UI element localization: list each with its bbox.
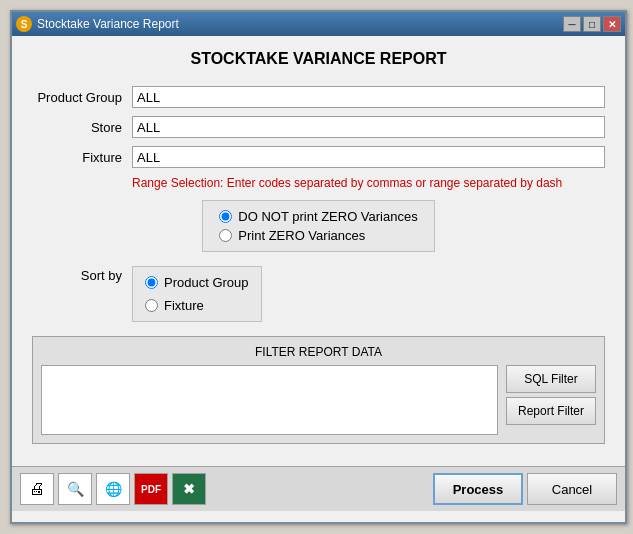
no-zero-variance-label: DO NOT print ZERO Variances <box>238 209 417 224</box>
window-title: Stocktake Variance Report <box>37 17 179 31</box>
main-window: S Stocktake Variance Report ─ □ ✕ STOCKT… <box>10 10 627 524</box>
pdf-icon: PDF <box>141 484 161 495</box>
preview-icon: 🔍 <box>67 481 84 497</box>
store-input[interactable] <box>132 116 605 138</box>
sort-product-group-row: Product Group <box>145 275 249 290</box>
sql-filter-button[interactable]: SQL Filter <box>506 365 596 393</box>
sort-product-group-label: Product Group <box>164 275 249 290</box>
filter-body: SQL Filter Report Filter <box>41 365 596 435</box>
filter-buttons: SQL Filter Report Filter <box>506 365 596 435</box>
sort-options-box: Product Group Fixture <box>132 266 262 322</box>
no-zero-variance-row: DO NOT print ZERO Variances <box>219 209 417 224</box>
fixture-label: Fixture <box>32 150 132 165</box>
range-hint: Range Selection: Enter codes separated b… <box>132 176 605 190</box>
maximize-button[interactable]: □ <box>583 16 601 32</box>
product-group-row: Product Group <box>32 86 605 108</box>
store-row: Store <box>32 116 605 138</box>
web-icon: 🌐 <box>105 481 122 497</box>
fixture-input[interactable] <box>132 146 605 168</box>
filter-textarea[interactable] <box>41 365 498 435</box>
content-area: STOCKTAKE VARIANCE REPORT Product Group … <box>12 36 625 466</box>
title-bar: S Stocktake Variance Report ─ □ ✕ <box>12 12 625 36</box>
print-zero-variance-radio[interactable] <box>219 229 232 242</box>
print-icon: 🖨 <box>29 480 45 498</box>
page-title: STOCKTAKE VARIANCE REPORT <box>32 50 605 68</box>
title-buttons: ─ □ ✕ <box>563 16 621 32</box>
sort-by-label: Sort by <box>32 266 132 283</box>
sort-product-group-radio[interactable] <box>145 276 158 289</box>
process-button[interactable]: Process <box>433 473 523 505</box>
no-zero-variance-radio[interactable] <box>219 210 232 223</box>
cancel-button[interactable]: Cancel <box>527 473 617 505</box>
sort-fixture-radio[interactable] <box>145 299 158 312</box>
pdf-button[interactable]: PDF <box>134 473 168 505</box>
excel-button[interactable]: ✖ <box>172 473 206 505</box>
filter-section: FILTER REPORT DATA SQL Filter Report Fil… <box>32 336 605 444</box>
product-group-input[interactable] <box>132 86 605 108</box>
fixture-row: Fixture <box>32 146 605 168</box>
close-button[interactable]: ✕ <box>603 16 621 32</box>
sort-section: Sort by Product Group Fixture <box>32 266 605 322</box>
preview-button[interactable]: 🔍 <box>58 473 92 505</box>
web-button[interactable]: 🌐 <box>96 473 130 505</box>
print-zero-variance-label: Print ZERO Variances <box>238 228 365 243</box>
minimize-button[interactable]: ─ <box>563 16 581 32</box>
bottom-bar: 🖨 🔍 🌐 PDF ✖ Process Cancel <box>12 466 625 511</box>
sort-fixture-label: Fixture <box>164 298 204 313</box>
variance-options-box: DO NOT print ZERO Variances Print ZERO V… <box>202 200 434 252</box>
store-label: Store <box>32 120 132 135</box>
variance-options-container: DO NOT print ZERO Variances Print ZERO V… <box>32 200 605 252</box>
print-zero-variance-row: Print ZERO Variances <box>219 228 417 243</box>
window-icon: S <box>16 16 32 32</box>
print-button[interactable]: 🖨 <box>20 473 54 505</box>
sort-fixture-row: Fixture <box>145 298 249 313</box>
filter-title: FILTER REPORT DATA <box>41 345 596 359</box>
excel-icon: ✖ <box>183 481 195 497</box>
title-bar-left: S Stocktake Variance Report <box>16 16 179 32</box>
product-group-label: Product Group <box>32 90 132 105</box>
report-filter-button[interactable]: Report Filter <box>506 397 596 425</box>
